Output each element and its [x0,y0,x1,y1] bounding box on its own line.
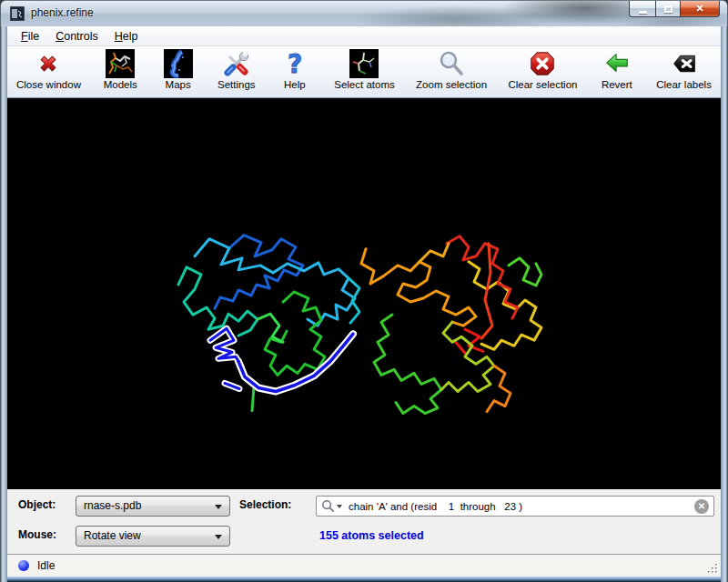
maximize-button[interactable] [655,1,681,17]
select-atoms-button[interactable]: Select atoms [334,48,394,90]
menu-help[interactable]: Help [106,28,147,45]
toolbar-label: Close window [16,79,81,90]
select-atoms-icon [349,49,379,78]
toolbar-label: Maps [166,79,191,90]
statusbar: Idle [7,554,721,577]
svg-text:?: ? [288,49,302,78]
settings-button[interactable]: Settings [217,48,256,90]
toolbar: Close window Models [7,46,721,98]
mouse-dropdown[interactable]: Rotate view [76,526,230,547]
maps-icon [164,49,193,78]
mouse-dropdown-value: Rotate view [84,529,141,542]
selection-value: chain 'A' and (resid 1 through 23 ) [349,501,522,512]
menu-file[interactable]: File [13,28,47,45]
clear-search-icon[interactable]: ✕ [694,499,709,514]
resize-grip[interactable] [707,563,719,575]
clear-labels-icon [670,49,699,78]
search-icon[interactable] [321,499,335,513]
selection-input[interactable]: chain 'A' and (resid 1 through 23 ) ✕ [316,496,714,517]
models-button[interactable]: Models [102,48,138,90]
object-label: Object: [18,498,56,511]
toolbar-label: Models [104,79,137,90]
window-frame-left [0,26,7,582]
mouse-label: Mouse: [18,528,56,541]
clear-selection-button[interactable]: Clear selection [508,48,577,90]
close-button[interactable]: ✕ [680,1,720,17]
close-window-button[interactable]: Close window [16,48,81,90]
minimize-icon [639,11,647,14]
models-icon [106,49,135,78]
app-icon [10,6,25,21]
window-title: phenix.refine [31,6,94,19]
menubar: File Controls Help [7,26,721,46]
window-controls: ✕ [629,1,720,17]
clear-labels-button[interactable]: Clear labels [656,48,712,90]
object-dropdown-value: rnase-s.pdb [84,499,141,512]
chevron-down-icon [215,535,222,539]
clear-selection-icon [528,49,557,78]
revert-button[interactable]: Revert [599,48,635,90]
help-button[interactable]: ? Help [277,48,313,90]
chevron-down-icon [215,505,222,509]
toolbar-label: Clear selection [508,79,577,90]
window-content: File Controls Help Close window [7,26,721,577]
window-frame-right [721,26,728,582]
toolbar-label: Clear labels [656,79,712,90]
titlebar[interactable]: phenix.refine ✕ [0,0,728,26]
close-window-icon [34,49,63,78]
settings-icon [222,49,251,78]
minimize-button[interactable] [629,1,656,17]
status-indicator-icon [18,560,29,571]
close-icon: ✕ [695,4,703,14]
revert-icon [602,49,632,78]
toolbar-label: Settings [217,79,256,90]
status-text: Idle [37,559,55,572]
zoom-selection-button[interactable]: Zoom selection [416,48,487,90]
control-panel: Object: rnase-s.pdb Mouse: Rotate view S… [7,489,721,554]
menu-controls[interactable]: Controls [47,28,106,45]
atoms-selected-text: 155 atoms selected [319,529,424,542]
maximize-icon [664,5,672,13]
zoom-selection-icon [437,49,466,78]
toolbar-label: Zoom selection [416,79,487,90]
window-frame-bottom [7,577,721,582]
selection-label: Selection: [239,498,291,511]
app-window: phenix.refine ✕ File Controls Help [0,0,728,582]
gl-viewport[interactable] [7,98,721,489]
search-options-caret[interactable] [337,505,342,508]
maps-button[interactable]: Maps [160,48,197,90]
object-dropdown[interactable]: rnase-s.pdb [76,496,230,517]
toolbar-label: Help [284,79,306,90]
toolbar-label: Select atoms [334,79,394,90]
toolbar-label: Revert [602,79,632,90]
help-icon: ? [280,49,309,78]
molecule-svg [7,98,721,489]
